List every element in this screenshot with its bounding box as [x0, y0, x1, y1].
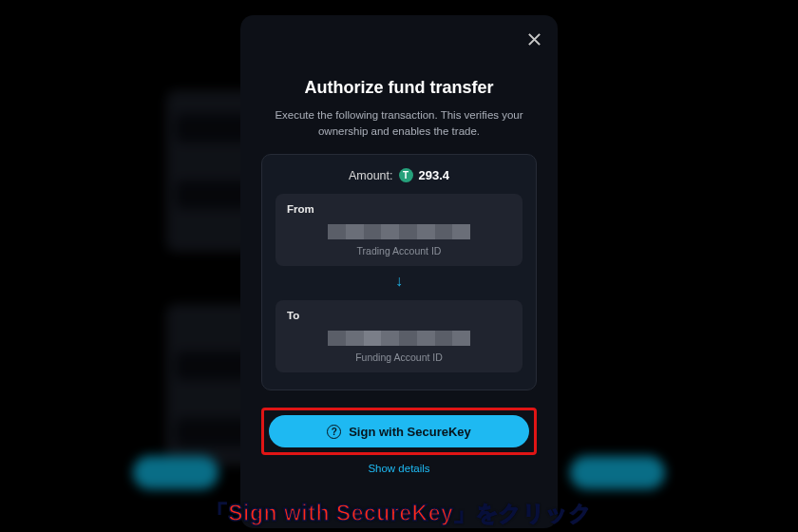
from-label: From — [287, 203, 511, 215]
help-circle-icon: ? — [327, 425, 341, 439]
transaction-card: Amount: T 293.4 From Trading Account ID … — [261, 154, 537, 390]
authorize-transfer-modal: Authorize fund transfer Execute the foll… — [240, 15, 558, 528]
from-box: From Trading Account ID — [276, 194, 522, 266]
to-box: To Funding Account ID — [276, 300, 522, 372]
token-icon: T — [399, 168, 413, 182]
amount-label: Amount: — [349, 169, 393, 182]
annotation-caption: 「Sign with SecureKey」をクリック — [0, 499, 798, 528]
modal-title: Authorize fund transfer — [261, 78, 537, 98]
to-id-redacted — [328, 331, 470, 346]
close-icon[interactable] — [523, 28, 544, 49]
to-sub: Funding Account ID — [287, 352, 511, 363]
sign-button-label: Sign with SecureKey — [349, 425, 471, 439]
show-details-link[interactable]: Show details — [261, 463, 537, 474]
from-id-redacted — [328, 224, 470, 239]
arrow-down-icon: ↓ — [276, 274, 522, 289]
modal-subtitle: Execute the following transaction. This … — [261, 107, 537, 139]
annotation-highlight-box: ? Sign with SecureKey — [261, 408, 537, 455]
amount-row: Amount: T 293.4 — [276, 168, 522, 182]
from-sub: Trading Account ID — [287, 245, 511, 256]
sign-with-securekey-button[interactable]: ? Sign with SecureKey — [269, 415, 529, 447]
to-label: To — [287, 310, 511, 321]
amount-value: 293.4 — [419, 168, 450, 182]
